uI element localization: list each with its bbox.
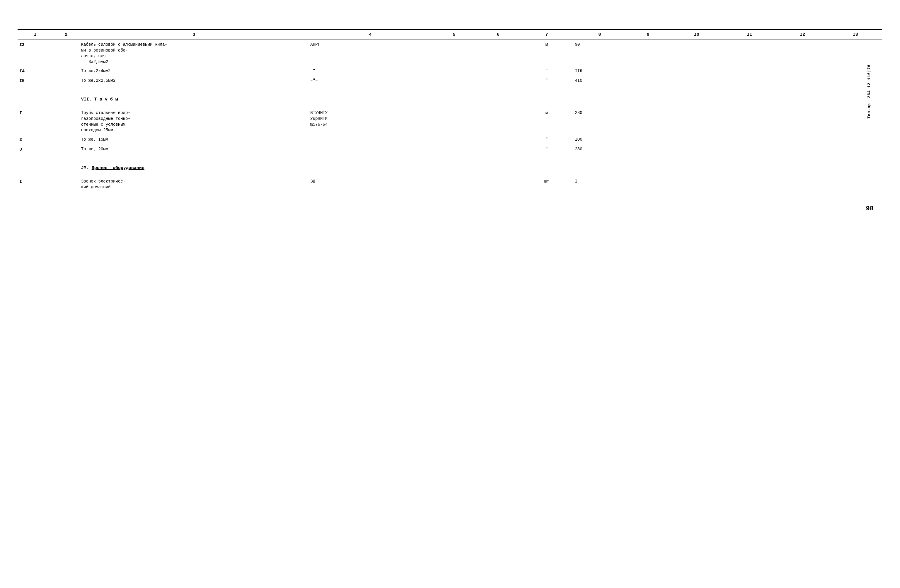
side-label: Тип.пр. 264-12-116|76 bbox=[867, 64, 871, 119]
row-col10 bbox=[670, 145, 723, 154]
row-col5 bbox=[432, 145, 476, 154]
table-header: I 2 3 4 5 6 7 8 9 IO II I2 I3 bbox=[17, 29, 882, 40]
row-col10 bbox=[670, 177, 723, 192]
header-col4: 4 bbox=[309, 29, 432, 40]
row-col13 bbox=[829, 135, 882, 145]
row-unit: " bbox=[520, 135, 573, 145]
row-col6 bbox=[476, 177, 520, 192]
row-col2 bbox=[53, 76, 79, 86]
page-container: Тип.пр. 264-12-116|76 98 I 2 3 4 5 bbox=[17, 29, 877, 571]
row-unit: м bbox=[520, 40, 573, 67]
row-col12 bbox=[776, 135, 829, 145]
row-col2 bbox=[53, 40, 79, 67]
row-code: –"– bbox=[309, 76, 432, 86]
row-qty: 280 bbox=[573, 145, 626, 154]
row-unit: м bbox=[520, 109, 573, 135]
row-col5 bbox=[432, 135, 476, 145]
row-unit: " bbox=[520, 67, 573, 76]
header-col3: 3 bbox=[79, 29, 309, 40]
row-code: АНРГ bbox=[309, 40, 432, 67]
row-description: Звонок электричес-кий домашний bbox=[79, 177, 309, 192]
row-col13 bbox=[829, 76, 882, 86]
row-col12 bbox=[776, 67, 829, 76]
table-row: I4 То же,2x4мм2 –"– " II6 bbox=[17, 67, 882, 76]
header-col10: IO bbox=[670, 29, 723, 40]
table-row: I5 То же,2x2,5мм2 –"– " 4IO bbox=[17, 76, 882, 86]
row-col6 bbox=[476, 40, 520, 67]
row-qty: 4IO bbox=[573, 76, 626, 86]
header-col12: I2 bbox=[776, 29, 829, 40]
header-col5: 5 bbox=[432, 29, 476, 40]
header-col1: I bbox=[17, 29, 53, 40]
spacer bbox=[17, 172, 882, 177]
row-code bbox=[309, 135, 432, 145]
table-row: 2 То же, I5мм " IOO bbox=[17, 135, 882, 145]
row-col12 bbox=[776, 177, 829, 192]
row-col6 bbox=[476, 135, 520, 145]
section-header-vii: VII. Т р у б ы bbox=[17, 90, 882, 104]
row-col11 bbox=[723, 145, 776, 154]
section-header-jm: JM. Прочее оборудование bbox=[17, 159, 882, 172]
row-col11 bbox=[723, 67, 776, 76]
row-col5 bbox=[432, 40, 476, 67]
row-col13 bbox=[829, 177, 882, 192]
row-col12 bbox=[776, 145, 829, 154]
row-col11 bbox=[723, 40, 776, 67]
row-code bbox=[309, 145, 432, 154]
table-row: I Звонок электричес-кий домашний ЗД шт I bbox=[17, 177, 882, 192]
header-col7: 7 bbox=[520, 29, 573, 40]
row-qty: 90 bbox=[573, 40, 626, 67]
header-col11: II bbox=[723, 29, 776, 40]
header-col13: I3 bbox=[829, 29, 882, 40]
header-col2: 2 bbox=[53, 29, 79, 40]
row-col10 bbox=[670, 40, 723, 67]
row-col11 bbox=[723, 177, 776, 192]
row-qty: I bbox=[573, 177, 626, 192]
row-col10 bbox=[670, 76, 723, 86]
row-col5 bbox=[432, 67, 476, 76]
header-col6: 6 bbox=[476, 29, 520, 40]
row-col6 bbox=[476, 76, 520, 86]
row-col6 bbox=[476, 67, 520, 76]
section-col2 bbox=[53, 90, 79, 104]
row-qty: II6 bbox=[573, 67, 626, 76]
row-col12 bbox=[776, 76, 829, 86]
row-code: ЗД bbox=[309, 177, 432, 192]
row-col10 bbox=[670, 135, 723, 145]
section-title: VII. Т р у б ы bbox=[79, 90, 882, 104]
spacer bbox=[17, 104, 882, 109]
row-col9 bbox=[626, 67, 670, 76]
row-col13 bbox=[829, 40, 882, 67]
table-row: I Трубы стальные водо-газопроводные тонк… bbox=[17, 109, 882, 135]
row-unit: " bbox=[520, 145, 573, 154]
row-description: Кабель силовой с алюминиевыми жила-ми в … bbox=[79, 40, 309, 67]
header-col8: 8 bbox=[573, 29, 626, 40]
table-row: I3 Кабель силовой с алюминиевыми жила-ми… bbox=[17, 40, 882, 67]
row-col6 bbox=[476, 109, 520, 135]
row-description: То же, 20мм bbox=[79, 145, 309, 154]
section-col1 bbox=[17, 159, 53, 172]
row-code: ВТУ4МТУУкрНИТИ№576-64 bbox=[309, 109, 432, 135]
main-table: I 2 3 4 5 6 7 8 9 IO II I2 I3 I3 Кабель … bbox=[17, 29, 882, 192]
row-description: То же, I5мм bbox=[79, 135, 309, 145]
row-col5 bbox=[432, 109, 476, 135]
side-number: 98 bbox=[866, 205, 874, 213]
row-col13 bbox=[829, 67, 882, 76]
header-col9: 9 bbox=[626, 29, 670, 40]
row-col12 bbox=[776, 109, 829, 135]
row-unit: " bbox=[520, 76, 573, 86]
row-code: –"– bbox=[309, 67, 432, 76]
row-col2 bbox=[53, 135, 79, 145]
row-col2 bbox=[53, 177, 79, 192]
row-col9 bbox=[626, 109, 670, 135]
row-description: Трубы стальные водо-газопроводные тонко-… bbox=[79, 109, 309, 135]
row-num: 3 bbox=[17, 145, 53, 154]
row-col2 bbox=[53, 67, 79, 76]
row-col12 bbox=[776, 40, 829, 67]
row-col9 bbox=[626, 76, 670, 86]
section-col1 bbox=[17, 90, 53, 104]
row-qty: 280 bbox=[573, 109, 626, 135]
section-col2 bbox=[53, 159, 79, 172]
row-description: То же,2x4мм2 bbox=[79, 67, 309, 76]
spacer bbox=[17, 86, 882, 90]
